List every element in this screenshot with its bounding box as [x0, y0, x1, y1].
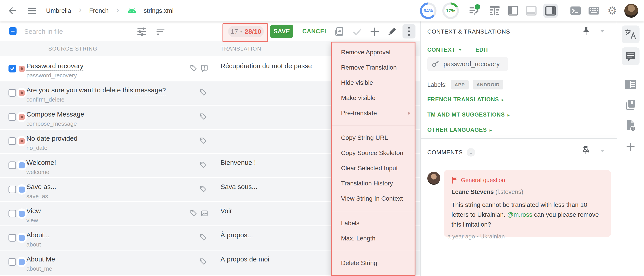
menu-item-make-visible[interactable]: Make visible — [332, 90, 414, 106]
string-actions-menu: Remove Approval Remove Translation Hide … — [331, 42, 416, 276]
menu-item-pre-translate[interactable]: Pre-translate — [332, 106, 414, 121]
context-translations-panel: CONTEXT & TRANSLATIONS CONTEXT EDIT pass… — [420, 22, 617, 276]
status-untranslated-icon — [16, 88, 27, 98]
menu-item-translation-history[interactable]: Translation History — [332, 176, 414, 191]
edit-context-link[interactable]: EDIT — [476, 46, 489, 53]
keyboard-icon[interactable] — [588, 4, 600, 17]
menu-item-delete-string[interactable]: Delete String — [332, 256, 414, 271]
row-checkbox[interactable] — [8, 137, 16, 145]
screenshots-tab-icon[interactable] — [622, 96, 640, 114]
tag-icon[interactable] — [199, 160, 208, 170]
flag-icon — [452, 177, 458, 184]
comment-meta: a year ago • Ukrainian — [448, 233, 505, 240]
issue-comment-icon[interactable] — [200, 64, 209, 73]
unpin-icon[interactable] — [582, 146, 590, 155]
side-rail — [617, 22, 644, 276]
terminal-icon[interactable] — [569, 4, 582, 17]
source-column-header: SOURCE STRING — [48, 46, 98, 52]
string-key: password_recovery — [444, 60, 500, 68]
tag-icon[interactable] — [199, 185, 208, 194]
back-arrow-icon[interactable] — [8, 6, 17, 16]
row-checkbox[interactable] — [8, 234, 16, 242]
add-string-icon[interactable] — [369, 26, 380, 38]
tag-icon[interactable] — [199, 88, 208, 97]
row-checkbox[interactable] — [8, 113, 16, 121]
status-translated-icon — [16, 232, 27, 243]
menu-item-labels[interactable]: Labels — [332, 216, 414, 231]
comment-author-username: (l.stevens) — [496, 188, 524, 195]
right-panel-view-icon[interactable] — [544, 4, 558, 18]
row-checkbox[interactable] — [8, 210, 16, 218]
status-untranslated-icon — [16, 112, 27, 122]
context-dropdown[interactable]: CONTEXT — [427, 46, 455, 53]
filter-icon[interactable] — [156, 27, 166, 37]
section-french-translations[interactable]: FRENCH TRANSLATIONS▸ — [427, 96, 504, 103]
row-checkbox[interactable] — [8, 65, 16, 72]
comment-card: General question Leane Stevens (l.steven… — [444, 170, 611, 237]
drafts-icon[interactable] — [468, 4, 480, 17]
label-badge[interactable]: APP — [451, 80, 469, 90]
translation-column-header: TRANSLATION — [220, 46, 262, 52]
side-by-side-view-icon[interactable] — [488, 4, 501, 17]
file-info-tab-icon[interactable] — [622, 117, 640, 135]
row-checkbox[interactable] — [8, 258, 16, 266]
breadcrumb-language[interactable]: French — [89, 7, 109, 14]
menu-item-remove-approval[interactable]: Remove Approval — [332, 45, 414, 60]
labels-caption: Labels: — [427, 82, 447, 88]
string-key-pill: password_recovery — [427, 57, 508, 71]
add-panel-icon[interactable] — [622, 138, 640, 156]
row-checkbox[interactable] — [8, 186, 16, 193]
section-other-languages[interactable]: OTHER LANGUAGES▸ — [427, 126, 492, 133]
select-all-checkbox[interactable] — [9, 27, 16, 35]
more-actions-kebab-button[interactable] — [402, 24, 416, 38]
translated-progress-ring[interactable]: 64% — [420, 2, 436, 19]
row-checkbox[interactable] — [8, 89, 16, 96]
menu-item-clear-selected-input[interactable]: Clear Selected Input — [332, 160, 414, 176]
screenshot-icon[interactable] — [200, 209, 209, 218]
pin-icon[interactable] — [582, 26, 590, 35]
left-panel-view-icon[interactable] — [507, 4, 519, 17]
comment-author-name[interactable]: Leane Stevens — [452, 188, 494, 195]
advanced-filter-sliders-icon[interactable] — [137, 27, 147, 37]
cancel-button[interactable]: CANCEL — [300, 24, 330, 38]
tag-icon[interactable] — [199, 136, 208, 146]
save-button[interactable]: SAVE — [270, 24, 294, 38]
chevron-down-icon[interactable] — [600, 30, 605, 33]
tag-icon[interactable] — [189, 209, 198, 218]
notification-dot — [474, 4, 481, 10]
menu-item-max-length[interactable]: Max. Length — [332, 231, 414, 246]
menu-separator — [332, 251, 414, 251]
settings-gear-icon[interactable]: ⚙ — [606, 4, 618, 17]
tag-icon[interactable] — [199, 112, 208, 121]
user-mention[interactable]: @m.ross — [507, 211, 532, 218]
menu-item-copy-string-url[interactable]: Copy String URL — [332, 130, 414, 146]
edit-pencil-icon[interactable] — [386, 26, 398, 38]
copy-translation-icon[interactable] — [334, 26, 345, 38]
user-avatar[interactable] — [624, 4, 638, 18]
chevron-down-icon[interactable] — [600, 150, 605, 152]
approved-progress-ring[interactable]: 17% — [442, 2, 459, 19]
breadcrumb-file[interactable]: strings.xml — [144, 7, 174, 14]
breadcrumb-project[interactable]: Umbrella — [46, 7, 71, 14]
panel-title: CONTEXT & TRANSLATIONS — [427, 28, 510, 35]
search-input[interactable] — [24, 26, 123, 37]
menu-item-remove-translation[interactable]: Remove Translation — [332, 60, 414, 75]
translate-tab-icon[interactable] — [622, 26, 640, 44]
android-icon — [127, 8, 137, 14]
approve-check-icon[interactable] — [352, 26, 363, 38]
context-card-tab-icon[interactable] — [622, 76, 640, 94]
menu-item-copy-source-skeleton[interactable]: Copy Source Skeleton — [332, 146, 414, 160]
bottom-panel-view-icon[interactable] — [525, 4, 538, 17]
section-divider — [420, 138, 617, 139]
tag-icon[interactable] — [189, 64, 198, 73]
menu-item-view-string-in-context[interactable]: View String In Context — [332, 191, 414, 206]
section-tm-mt-suggestions[interactable]: TM AND MT SUGGESTIONS▸ — [427, 112, 510, 118]
comment-flag-label: General question — [461, 177, 505, 184]
menu-item-hide-visible[interactable]: Hide visible — [332, 75, 414, 90]
hamburger-menu-icon[interactable] — [28, 8, 36, 14]
comments-tab-icon[interactable] — [622, 48, 640, 65]
tag-icon[interactable] — [199, 233, 208, 242]
tag-icon[interactable] — [199, 257, 208, 266]
label-badge[interactable]: ANDROID — [473, 80, 504, 90]
row-checkbox[interactable] — [8, 162, 16, 169]
